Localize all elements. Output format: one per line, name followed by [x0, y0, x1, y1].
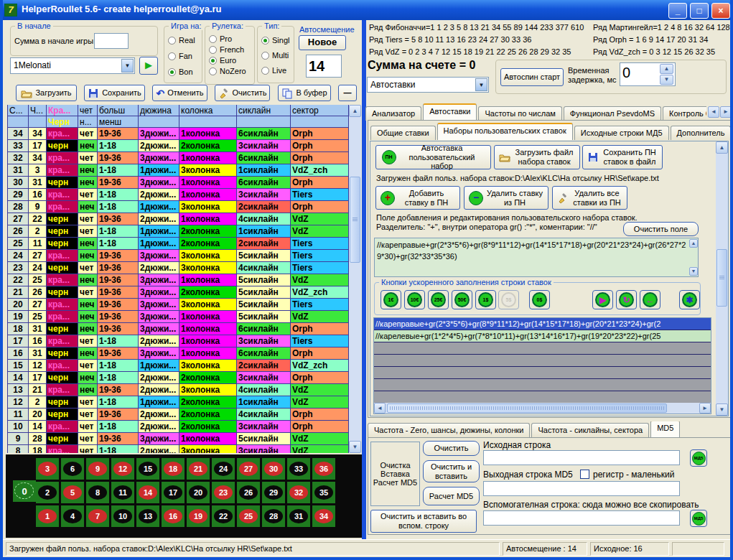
autostake-user-set-button[interactable]: ПН Автоставка пользовательский набор: [375, 145, 491, 169]
mode-combo[interactable]: Автоставки ▼: [367, 77, 489, 93]
load-button[interactable]: Загрузить: [16, 85, 77, 101]
scroll-down-icon[interactable]: ▼: [716, 403, 728, 416]
chip-10€[interactable]: 10€: [404, 290, 425, 309]
md5-out-input[interactable]: [483, 481, 680, 496]
board-cell-23[interactable]: 23: [212, 482, 235, 503]
tab-анализатор[interactable]: Анализатор: [365, 106, 421, 121]
spinner-down-icon[interactable]: ▼: [660, 75, 673, 85]
chevron-down-icon[interactable]: ▼: [475, 78, 487, 91]
board-cell-9[interactable]: 9: [86, 458, 109, 480]
table-row[interactable]: 2511черннеч1-181дюжи...2колонка2сиклайнT…: [8, 238, 349, 250]
table-row[interactable]: 289кра...неч1-181дюжи...3колонка2сиклайн…: [8, 201, 349, 213]
board-cell-6[interactable]: 6: [61, 458, 84, 480]
scroll-up-icon[interactable]: ▲: [349, 105, 361, 117]
list-item[interactable]: [374, 355, 711, 367]
md5-aux-input[interactable]: [483, 510, 680, 526]
board-cell-18[interactable]: 18: [162, 458, 185, 480]
board-cell-22[interactable]: 22: [212, 505, 235, 527]
board-cell-20[interactable]: 20: [187, 482, 210, 503]
md5-run-aux-button[interactable]: МД5: [690, 510, 707, 527]
subtab-наборы-пользовательских-ставок[interactable]: Наборы пользовательских ставок: [437, 123, 573, 140]
board-cell-11[interactable]: 11: [111, 482, 134, 503]
board-cell-4[interactable]: 4: [61, 505, 84, 527]
table-scrollbar[interactable]: ▲ ▼: [349, 105, 361, 453]
panel-scrollbar[interactable]: ▲ ▼: [716, 141, 728, 416]
md5-clear-paste-button[interactable]: Очистить и вставить: [423, 460, 480, 482]
radio-option-multi[interactable]: Multi: [261, 51, 289, 60]
tab-контроль-банкро[interactable]: Контроль банкро: [663, 106, 706, 121]
md5-calc-button[interactable]: Расчет MD5: [423, 487, 480, 505]
list-item[interactable]: [374, 379, 711, 391]
board-cell-27[interactable]: 27: [237, 458, 260, 480]
list-item[interactable]: [374, 342, 711, 355]
board-cell-30[interactable]: 30: [262, 458, 285, 480]
radio-option-real[interactable]: Real: [168, 36, 195, 45]
radio-option-nozero[interactable]: NoZero: [209, 67, 246, 75]
save-button[interactable]: Сохранить: [84, 85, 145, 101]
new-button[interactable]: Новое: [299, 35, 346, 50]
table-row[interactable]: 3031черннеч19-363дюжи...1колонка6сиклайн…: [8, 177, 349, 189]
table-row[interactable]: 1631черннеч19-363дюжи...1колонка6сиклайн…: [8, 347, 349, 360]
delete-bet-button[interactable]: − Удалить ставку из ПН: [464, 186, 548, 210]
table-row[interactable]: 1925кра...неч19-363дюжи...1колонка5сикла…: [8, 311, 349, 323]
md5-source-input[interactable]: [483, 450, 680, 465]
close-button[interactable]: ×: [711, 3, 730, 19]
subtab-дополнитель[interactable]: Дополнитель: [671, 126, 732, 140]
board-cell-35[interactable]: 35: [312, 482, 335, 503]
panel-scrollbar-thumb[interactable]: [716, 249, 727, 307]
table-row[interactable]: 3234кра...чет19-363дюжи...1колонка6сикла…: [8, 152, 349, 164]
md5-run-source-button[interactable]: МД5: [690, 449, 707, 467]
minimize-button[interactable]: _: [668, 3, 687, 19]
table-row[interactable]: 1014кра...чет1-182дюжи...2колонка3сиклай…: [8, 421, 349, 433]
board-cell-26[interactable]: 26: [237, 482, 260, 503]
radio-option-live[interactable]: Live: [261, 66, 289, 75]
add-bet-button[interactable]: + Добавить ставку в ПН: [375, 186, 460, 210]
table-row[interactable]: 1417черннеч1-182дюжи...2колонка3сиклайнO…: [8, 372, 349, 384]
table-row[interactable]: 3434кра...чет19-363дюжи...1колонка6сикла…: [8, 128, 349, 140]
board-cell-10[interactable]: 10: [111, 505, 134, 527]
run-preset-button[interactable]: ▶: [139, 57, 158, 75]
scroll-right-icon[interactable]: ►: [699, 403, 711, 414]
list-item[interactable]: [374, 367, 711, 379]
board-cell-17[interactable]: 17: [162, 482, 185, 503]
board-cell-33[interactable]: 33: [287, 458, 310, 480]
board-cell-5[interactable]: 5: [61, 482, 84, 503]
table-row[interactable]: 2916кра...чет1-182дюжи...1колонка3сиклай…: [8, 189, 349, 201]
scroll-left-icon[interactable]: ◄: [374, 403, 386, 414]
collapse-button[interactable]: —: [338, 85, 357, 101]
board-cell-36[interactable]: 36: [312, 458, 335, 480]
scroll-down-icon[interactable]: ▼: [349, 441, 361, 453]
table-row[interactable]: 3317черннеч1-182дюжи...2колонка3сиклайнO…: [8, 140, 349, 152]
table-row[interactable]: 1321кра...неч19-362дюжи...3колонка4сикла…: [8, 384, 349, 396]
list-item[interactable]: //кареправые+gr(2*3*5*6)+gr(8*9*11*12)+g…: [374, 318, 711, 330]
list-h-scrollbar[interactable]: ◄ ►: [374, 403, 711, 414]
board-cell-14[interactable]: 14: [136, 482, 159, 503]
table-row[interactable]: 2126чернчет19-363дюжи...2колонка5сиклайн…: [8, 286, 349, 299]
clear-field-button[interactable]: Очистить поле: [623, 222, 699, 236]
board-cell-28[interactable]: 28: [262, 505, 285, 527]
clear-button[interactable]: Очистить: [215, 85, 270, 101]
table-scrollbar-thumb[interactable]: [350, 177, 360, 263]
table-row[interactable]: 1831черннеч19-363дюжи...1колонка6сиклайн…: [8, 323, 349, 335]
chip-0$[interactable]: 0$: [529, 290, 550, 309]
board-cell-16[interactable]: 16: [162, 505, 185, 527]
table-row[interactable]: 2027кра...неч19-363дюжи...3колонка5сикла…: [8, 299, 349, 311]
board-cell-15[interactable]: 15: [136, 458, 159, 480]
list-item[interactable]: [374, 391, 711, 403]
tab-функционал-psevdoms[interactable]: Функционал PsevdoMS: [564, 106, 661, 121]
table-row[interactable]: 122чернчет1-181дюжи...2колонка1сиклайнVd…: [8, 396, 349, 409]
bet-sets-list[interactable]: //кареправые+gr(2*3*5*6)+gr(8*9*11*12)+g…: [373, 317, 711, 414]
table-row[interactable]: 2722чернчет19-362дюжи...1колонка4сиклайн…: [8, 213, 349, 225]
board-cell-25[interactable]: 25: [237, 505, 260, 527]
roulette-board[interactable]: 0 36912151821242730333625811141720232629…: [6, 454, 363, 538]
chip-1$[interactable]: 1$: [475, 290, 496, 309]
board-cell-31[interactable]: 31: [287, 505, 310, 527]
board-cell-34[interactable]: 34: [312, 505, 335, 527]
scatter-bets-button[interactable]: ✱: [679, 290, 700, 309]
board-cell-19[interactable]: 19: [187, 505, 210, 527]
tab-scroll-right-icon[interactable]: ►: [720, 106, 732, 118]
board-cell-32[interactable]: 32: [287, 482, 310, 503]
table-row[interactable]: 818кра...чет1-182дюжи...3колонка3сиклайн…: [8, 445, 349, 453]
chevron-down-icon[interactable]: ▼: [121, 59, 134, 73]
delete-all-bets-button[interactable]: Удалить все ставки из ПН: [552, 186, 627, 210]
